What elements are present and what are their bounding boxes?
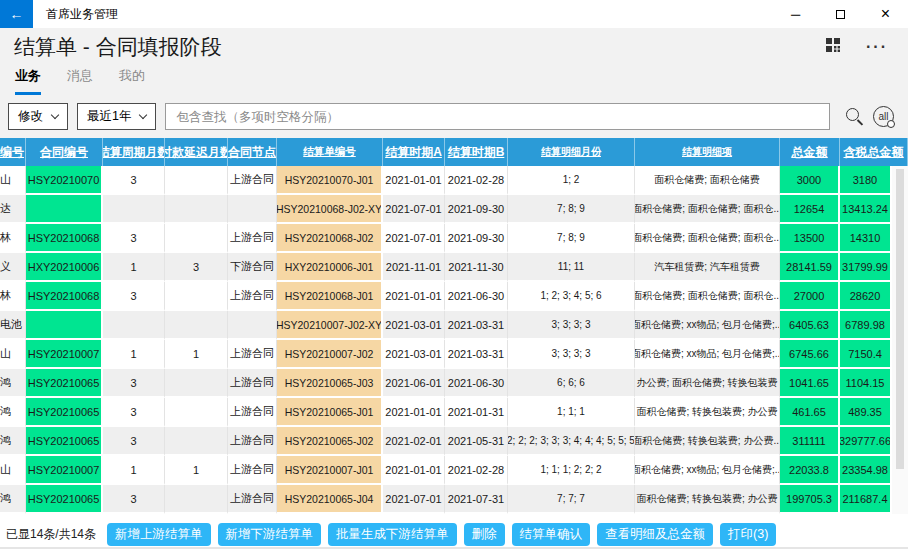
- cell-code[interactable]: 鸿: [0, 427, 26, 456]
- column-header[interactable]: 编号: [0, 138, 26, 166]
- cell-code[interactable]: 鸿: [0, 369, 26, 398]
- cell-period-a[interactable]: 2021-07-01: [383, 224, 445, 253]
- table-row[interactable]: 鸿HSY202100653上游合同HSY20210065-J032021-06-…: [0, 369, 892, 398]
- cell-period-a[interactable]: 2021-01-01: [383, 166, 445, 195]
- cell-period-b[interactable]: 2021-07-31: [445, 485, 508, 514]
- cell-cycle-months[interactable]: 3: [103, 166, 165, 195]
- cell-detail-months[interactable]: 6; 6; 6: [508, 369, 635, 398]
- cell-period-a[interactable]: 2021-06-01: [383, 369, 445, 398]
- vertical-scrollbar[interactable]: [892, 166, 908, 514]
- cell-total-with-tax[interactable]: 1104.15: [840, 369, 892, 398]
- cell-node[interactable]: 上游合同: [228, 282, 277, 311]
- cell-code[interactable]: 山: [0, 166, 26, 195]
- table-row[interactable]: 义HXY2021000613下游合同HXY20210006-J012021-11…: [0, 253, 892, 282]
- cell-total-with-tax[interactable]: 13413.24: [840, 195, 892, 224]
- cell-node[interactable]: 上游合同: [228, 369, 277, 398]
- cell-total-with-tax[interactable]: 6789.98: [840, 311, 892, 340]
- cell-period-a[interactable]: 2021-07-01: [383, 485, 445, 514]
- cell-node[interactable]: 上游合同: [228, 340, 277, 369]
- back-button[interactable]: ←: [0, 0, 33, 28]
- cell-period-b[interactable]: 2021-03-31: [445, 340, 508, 369]
- cell-code[interactable]: 达: [0, 195, 26, 224]
- cell-detail-months[interactable]: 2; 2; 2; 3; 3; 3; 4; 4; 4; 5; 5; 5: [508, 427, 635, 456]
- cell-detail-items[interactable]: 面积仓储费; xx物品; 包月仓储费;...: [635, 340, 780, 369]
- cell-delay-months[interactable]: [165, 369, 228, 398]
- cell-detail-items[interactable]: 面积仓储费; xx物品; 包月仓储费;...: [635, 456, 780, 485]
- table-row[interactable]: 电池HSY20210007-J02-XY2021-03-012021-03-31…: [0, 311, 892, 340]
- view-detail-total-button[interactable]: 查看明细及总金额: [597, 523, 713, 546]
- edit-mode-dropdown[interactable]: 修改: [8, 103, 68, 130]
- cell-contract-no[interactable]: HSY20210007: [26, 456, 103, 485]
- cell-cycle-months[interactable]: [103, 311, 165, 340]
- column-header[interactable]: 结算明细月份: [508, 138, 635, 166]
- cell-contract-no[interactable]: HXY20210006: [26, 253, 103, 282]
- column-header[interactable]: 总金额: [780, 138, 840, 166]
- cell-period-b[interactable]: 2021-02-28: [445, 166, 508, 195]
- print-button[interactable]: 打印(3): [720, 523, 776, 546]
- tab-messages[interactable]: 消息: [67, 67, 93, 95]
- cell-cycle-months[interactable]: 3: [103, 427, 165, 456]
- cell-delay-months[interactable]: [165, 485, 228, 514]
- cell-node[interactable]: 下游合同: [228, 253, 277, 282]
- cell-total-with-tax[interactable]: 23354.98: [840, 456, 892, 485]
- table-row[interactable]: 鸿HSY202100653上游合同HSY20210065-J042021-07-…: [0, 485, 892, 514]
- cell-delay-months[interactable]: 3: [165, 253, 228, 282]
- column-header[interactable]: 结算时期A: [383, 138, 445, 166]
- cell-period-a[interactable]: 2021-01-01: [383, 398, 445, 427]
- cell-period-a[interactable]: 2021-07-01: [383, 195, 445, 224]
- cell-total-with-tax[interactable]: 489.35: [840, 398, 892, 427]
- cell-node[interactable]: 上游合同: [228, 166, 277, 195]
- table-row[interactable]: 林HSY202100683上游合同HSY20210068-J012021-01-…: [0, 282, 892, 311]
- cell-settlement-no[interactable]: HSY20210068-J02-XY: [277, 195, 383, 224]
- cell-period-a[interactable]: 2021-03-01: [383, 311, 445, 340]
- cell-cycle-months[interactable]: 1: [103, 253, 165, 282]
- cell-total[interactable]: 6405.63: [780, 311, 840, 340]
- cell-detail-months[interactable]: 3; 3; 3; 3: [508, 340, 635, 369]
- tab-business[interactable]: 业务: [15, 67, 41, 95]
- cell-detail-items[interactable]: 面积仓储费; 转换包装费; 办公费...: [635, 427, 780, 456]
- cell-contract-no[interactable]: HSY20210065: [26, 427, 103, 456]
- cell-code[interactable]: 山: [0, 340, 26, 369]
- cell-code[interactable]: 林: [0, 224, 26, 253]
- table-row[interactable]: 山HSY2021000711上游合同HSY20210007-J022021-03…: [0, 340, 892, 369]
- qr-grid-icon[interactable]: [826, 38, 840, 56]
- cell-contract-no[interactable]: HSY20210007: [26, 340, 103, 369]
- cell-detail-months[interactable]: 7; 8; 9: [508, 224, 635, 253]
- cell-delay-months[interactable]: [165, 224, 228, 253]
- cell-detail-months[interactable]: 1; 1; 1: [508, 398, 635, 427]
- cell-period-b[interactable]: 2021-09-30: [445, 224, 508, 253]
- cell-detail-items[interactable]: 面积仓储费; 面积仓储费; 面积仓...: [635, 195, 780, 224]
- cell-code[interactable]: 电池: [0, 311, 26, 340]
- cell-detail-items[interactable]: 面积仓储费; 面积仓储费; 面积仓...: [635, 224, 780, 253]
- cell-detail-items[interactable]: 面积仓储费; 面积仓储费: [635, 166, 780, 195]
- cell-node[interactable]: 上游合同: [228, 485, 277, 514]
- maximize-button[interactable]: [818, 0, 863, 28]
- cell-delay-months[interactable]: [165, 195, 228, 224]
- cell-settlement-no[interactable]: HSY20210007-J01: [277, 456, 383, 485]
- cell-period-b[interactable]: 2021-01-31: [445, 398, 508, 427]
- cell-cycle-months[interactable]: 1: [103, 340, 165, 369]
- cell-detail-items[interactable]: 面积仓储费; 转换包装费; 办公费: [635, 398, 780, 427]
- cell-contract-no[interactable]: HSY20210065: [26, 398, 103, 427]
- cell-period-b[interactable]: 2021-06-30: [445, 369, 508, 398]
- cell-settlement-no[interactable]: HSY20210068-J01: [277, 282, 383, 311]
- cell-total[interactable]: 13500: [780, 224, 840, 253]
- cell-cycle-months[interactable]: 1: [103, 456, 165, 485]
- cell-total-with-tax[interactable]: 7150.4: [840, 340, 892, 369]
- cell-node[interactable]: 上游合同: [228, 398, 277, 427]
- column-header[interactable]: 合同节点: [228, 138, 277, 166]
- cell-detail-months[interactable]: 7; 7; 7: [508, 485, 635, 514]
- cell-contract-no[interactable]: [26, 311, 103, 340]
- cell-detail-months[interactable]: 7; 8; 9: [508, 195, 635, 224]
- cell-period-b[interactable]: 2021-03-31: [445, 311, 508, 340]
- cell-code[interactable]: 鸿: [0, 398, 26, 427]
- cell-delay-months[interactable]: [165, 398, 228, 427]
- cell-settlement-no[interactable]: HSY20210065-J02: [277, 427, 383, 456]
- delete-button[interactable]: 删除: [464, 523, 505, 546]
- cell-settlement-no[interactable]: HXY20210006-J01: [277, 253, 383, 282]
- add-downstream-settlement-button[interactable]: 新增下游结算单: [218, 523, 322, 546]
- cell-code[interactable]: 鸿: [0, 485, 26, 514]
- column-header[interactable]: 结算时期B: [445, 138, 508, 166]
- column-header[interactable]: 付款延迟月数: [165, 138, 228, 166]
- table-row[interactable]: 山HSY2021000711上游合同HSY20210007-J012021-01…: [0, 456, 892, 485]
